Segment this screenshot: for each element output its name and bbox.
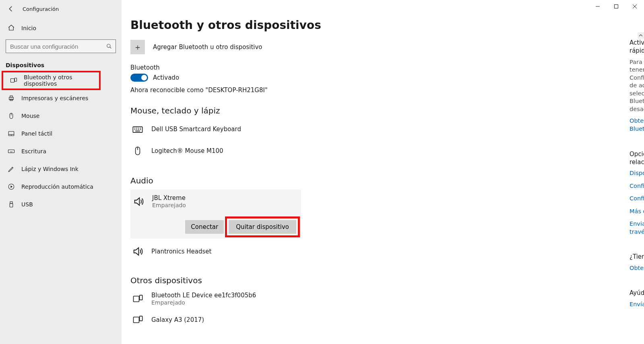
device-name: Plantronics Headset [151, 248, 211, 255]
svg-rect-12 [615, 5, 618, 8]
info-column: Activar Bluetooth aún más rápido Para ac… [630, 39, 644, 325]
discoverable-text: Ahora reconocible como "DESKTOP-RH21G8I" [130, 87, 497, 94]
device-status: Emparejado [152, 202, 186, 209]
device-row-btle[interactable]: Bluetooth LE Device ee1fc3f005b6 Emparej… [130, 289, 497, 309]
sidebar-item-label: Impresoras y escáneres [21, 95, 88, 101]
window-minimize-button[interactable] [588, 0, 607, 13]
mouse-icon [131, 146, 144, 156]
info-link-feedback[interactable]: Envíanos tus comentarios [630, 301, 644, 309]
svg-rect-4 [10, 96, 12, 97]
info-link-send-receive-bt[interactable]: Enviar o recibir archivos a través de Bl… [630, 220, 644, 236]
info-body-fastbt: Para activar Bluetooth sin tener que abr… [630, 58, 644, 113]
svg-rect-2 [14, 78, 17, 81]
device-row-plantronics[interactable]: Plantronics Headset [130, 242, 497, 261]
autoplay-icon [8, 183, 15, 190]
device-name: Dell USB Smartcard Keyboard [151, 126, 241, 133]
group-heading-mouse: Mouse, teclado y lápiz [130, 106, 497, 115]
keyboard-icon [131, 124, 144, 135]
svg-rect-10 [10, 202, 12, 204]
window-maximize-button[interactable] [607, 0, 625, 13]
device-generic-icon [131, 314, 144, 325]
window-title: Configuración [23, 6, 59, 12]
sidebar-home[interactable]: Inicio [0, 20, 122, 36]
group-heading-audio: Audio [130, 176, 497, 185]
mouse-icon [8, 112, 15, 119]
printer-icon [8, 95, 15, 102]
bluetooth-toggle[interactable] [130, 74, 148, 82]
svg-rect-1 [11, 79, 14, 82]
device-row-galaxy[interactable]: Galaxy A3 (2017) [130, 310, 497, 330]
info-link-more-bt[interactable]: Más opciones de Bluetooth [630, 208, 644, 216]
window-close-button[interactable] [625, 0, 644, 13]
sidebar-item-label: USB [21, 201, 33, 208]
speaker-icon [132, 196, 145, 207]
sidebar-item-label: Lápiz y Windows Ink [21, 166, 78, 172]
sidebar-item-mouse[interactable]: Mouse [0, 107, 122, 125]
sidebar-header: Configuración [0, 0, 122, 18]
info-heading-improve: Ayúdanos a mejorar Windows [630, 289, 644, 297]
svg-rect-17 [134, 317, 139, 323]
svg-rect-16 [140, 295, 142, 300]
sidebar-item-pen[interactable]: Lápiz y Windows Ink [0, 160, 122, 178]
svg-rect-15 [134, 296, 139, 302]
add-device-label: Agregar Bluetooth u otro dispositivo [153, 43, 262, 51]
bluetooth-section-heading: Bluetooth [130, 64, 497, 71]
usb-icon [8, 201, 15, 208]
add-device-row[interactable]: ＋ Agregar Bluetooth u otro dispositivo [130, 40, 497, 54]
device-name: Galaxy A3 (2017) [151, 316, 204, 324]
sidebar: Configuración Inicio Dispositivos [0, 0, 122, 344]
plus-icon: ＋ [130, 40, 145, 54]
sidebar-group-label: Dispositivos [0, 53, 122, 72]
svg-rect-8 [8, 150, 14, 153]
info-link-get-help[interactable]: Obtener ayuda [630, 264, 644, 272]
info-link-sound[interactable]: Configuración del sonido [630, 182, 644, 190]
sidebar-item-label: Reproducción automática [21, 183, 93, 190]
device-card-selected: JBL Xtreme Emparejado Conectar Quitar di… [130, 190, 301, 239]
sidebar-home-label: Inicio [21, 25, 36, 31]
svg-point-0 [107, 44, 110, 47]
sidebar-item-bluetooth[interactable]: Bluetooth y otros dispositivos [2, 72, 100, 89]
device-name: Bluetooth LE Device ee1fc3f005b6 [151, 292, 256, 299]
group-heading-other: Otros dispositivos [130, 276, 497, 285]
sidebar-item-label: Mouse [21, 113, 39, 119]
speaker-icon [131, 246, 144, 257]
main-content: Bluetooth y otros dispositivos ＋ Agregar… [122, 0, 644, 344]
sidebar-item-label: Panel táctil [21, 130, 52, 137]
device-row-jbl[interactable]: JBL Xtreme Emparejado [131, 194, 296, 210]
sidebar-item-label: Escritura [21, 148, 46, 154]
window-controls [588, 0, 644, 13]
info-heading-related: Opciones de configuración relacionadas [630, 150, 644, 167]
home-icon [8, 24, 15, 33]
search-input-wrap[interactable] [6, 39, 116, 53]
device-name: JBL Xtreme [152, 194, 186, 202]
scrollbar-up-button[interactable] [638, 32, 644, 39]
sidebar-item-usb[interactable]: USB [0, 196, 122, 213]
page-title: Bluetooth y otros dispositivos [130, 19, 497, 32]
bluetooth-devices-icon [10, 77, 17, 84]
search-icon [103, 43, 116, 49]
remove-device-highlight: Quitar dispositivo [227, 218, 298, 235]
device-status: Emparejado [151, 299, 256, 307]
back-button[interactable] [7, 5, 14, 12]
sidebar-item-printers[interactable]: Impresoras y escáneres [0, 89, 122, 107]
device-row-mouse[interactable]: Logitech® Mouse M100 [130, 141, 497, 161]
info-heading-fastbt: Activar Bluetooth aún más rápido [630, 39, 644, 55]
bluetooth-toggle-label: Activado [153, 74, 179, 81]
info-link-display[interactable]: Configuración de pantalla [630, 195, 644, 203]
svg-rect-18 [140, 316, 142, 321]
search-input[interactable] [6, 43, 103, 50]
connect-button[interactable]: Conectar [185, 220, 224, 234]
info-heading-question: ¿Tienes alguna pregunta? [630, 253, 644, 261]
touchpad-icon [8, 130, 15, 137]
svg-rect-3 [9, 97, 14, 100]
info-link-devices-printers[interactable]: Dispositivos e impresoras [630, 169, 644, 177]
sidebar-item-typing[interactable]: Escritura [0, 142, 122, 160]
info-link-learn-bt[interactable]: Obtener más información sobre Bluetooth [630, 117, 644, 133]
device-row-keyboard[interactable]: Dell USB Smartcard Keyboard [130, 119, 497, 139]
sidebar-item-label: Bluetooth y otros dispositivos [24, 74, 100, 87]
sidebar-item-autoplay[interactable]: Reproducción automática [0, 178, 122, 196]
remove-device-button[interactable]: Quitar dispositivo [229, 220, 296, 234]
sidebar-item-touchpad[interactable]: Panel táctil [0, 125, 122, 142]
keyboard-icon [8, 148, 15, 155]
pen-icon [8, 165, 15, 173]
